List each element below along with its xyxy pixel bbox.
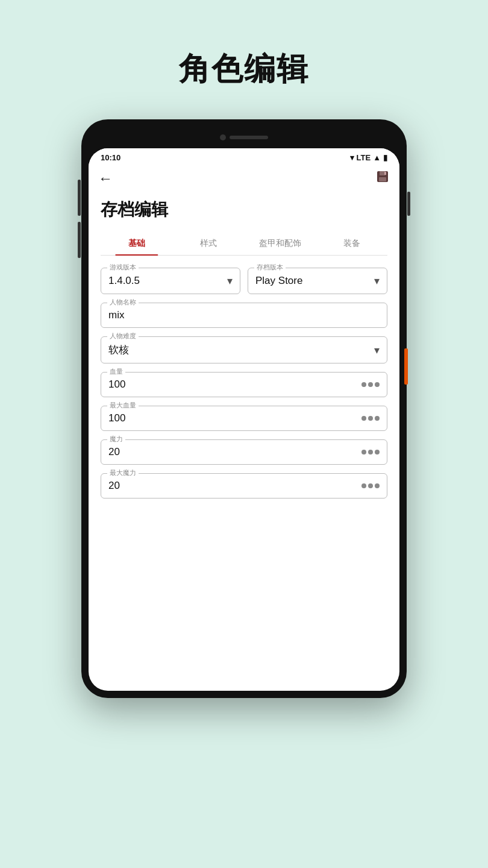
max-mana-stepper[interactable]	[361, 483, 380, 488]
tab-basics[interactable]: 基础	[101, 232, 172, 255]
health-stepper[interactable]	[361, 382, 380, 387]
lte-label: LTE	[357, 153, 371, 162]
mana-value: 20	[108, 446, 380, 458]
game-version-field[interactable]: 游戏版本 1.4.0.5 ▾	[101, 268, 240, 294]
archive-title: 存档编辑	[101, 198, 387, 221]
chevron-down-icon: ▾	[374, 274, 380, 288]
character-name-field[interactable]: 人物名称 mix	[101, 303, 387, 328]
svg-rect-2	[379, 177, 386, 181]
wifi-icon: ▾	[350, 153, 354, 162]
save-button[interactable]	[375, 169, 390, 187]
max-mana-value: 20	[108, 480, 380, 492]
status-icons: ▾ LTE ▲ ▮	[350, 153, 387, 162]
tab-equipment[interactable]: 装备	[316, 232, 387, 255]
health-label: 血量	[107, 367, 125, 376]
save-version-field[interactable]: 存档版本 Play Store ▾	[248, 268, 387, 294]
status-bar: 10:10 ▾ LTE ▲ ▮	[89, 148, 399, 165]
difficulty-label: 人物难度	[107, 332, 139, 341]
svg-rect-3	[384, 172, 386, 175]
notch-area	[89, 127, 399, 148]
save-version-label: 存档版本	[254, 263, 286, 272]
page-title: 角色编辑	[179, 48, 309, 90]
max-health-value: 100	[108, 412, 380, 424]
tab-style[interactable]: 样式	[172, 232, 244, 255]
tab-armor[interactable]: 盔甲和配饰	[244, 232, 316, 255]
back-button[interactable]: ←	[98, 170, 113, 187]
mana-field[interactable]: 魔力 20	[101, 439, 387, 465]
max-mana-label: 最大魔力	[107, 468, 139, 477]
volume-down-button[interactable]	[78, 222, 81, 258]
character-name-value: mix	[108, 309, 380, 321]
difficulty-field[interactable]: 人物难度 软核 ▾	[101, 336, 387, 363]
max-health-label: 最大血量	[107, 401, 139, 410]
max-health-field[interactable]: 最大血量 100	[101, 406, 387, 431]
chevron-down-icon: ▾	[227, 274, 233, 288]
speaker	[230, 136, 268, 139]
scroll-indicator	[404, 348, 408, 385]
phone-device: 10:10 ▾ LTE ▲ ▮ ← 存档编辑	[81, 119, 407, 698]
difficulty-value: 软核 ▾	[108, 343, 380, 357]
version-row: 游戏版本 1.4.0.5 ▾ 存档版本 Play Store ▾	[101, 268, 387, 294]
tabs-row: 基础 样式 盔甲和配饰 装备	[101, 232, 387, 256]
battery-icon: ▮	[383, 153, 387, 162]
app-bar: ←	[89, 165, 399, 192]
screen-content: 存档编辑 基础 样式 盔甲和配饰 装备 游戏版本 1.4.0.5 ▾ 存档版	[89, 198, 399, 519]
save-version-value: Play Store ▾	[255, 274, 380, 288]
health-field[interactable]: 血量 100	[101, 372, 387, 397]
game-version-value: 1.4.0.5 ▾	[108, 274, 233, 288]
max-mana-field[interactable]: 最大魔力 20	[101, 473, 387, 498]
health-value: 100	[108, 379, 380, 391]
signal-icon: ▲	[373, 153, 381, 162]
character-name-label: 人物名称	[107, 298, 139, 307]
mana-stepper[interactable]	[361, 450, 380, 454]
mana-label: 魔力	[107, 435, 125, 444]
phone-screen: 10:10 ▾ LTE ▲ ▮ ← 存档编辑	[89, 148, 399, 691]
max-health-stepper[interactable]	[361, 416, 380, 421]
volume-up-button[interactable]	[78, 180, 81, 216]
game-version-label: 游戏版本	[107, 263, 139, 272]
status-time: 10:10	[101, 153, 120, 162]
power-button[interactable]	[407, 192, 410, 216]
chevron-down-icon: ▾	[374, 344, 380, 357]
camera	[220, 134, 226, 140]
